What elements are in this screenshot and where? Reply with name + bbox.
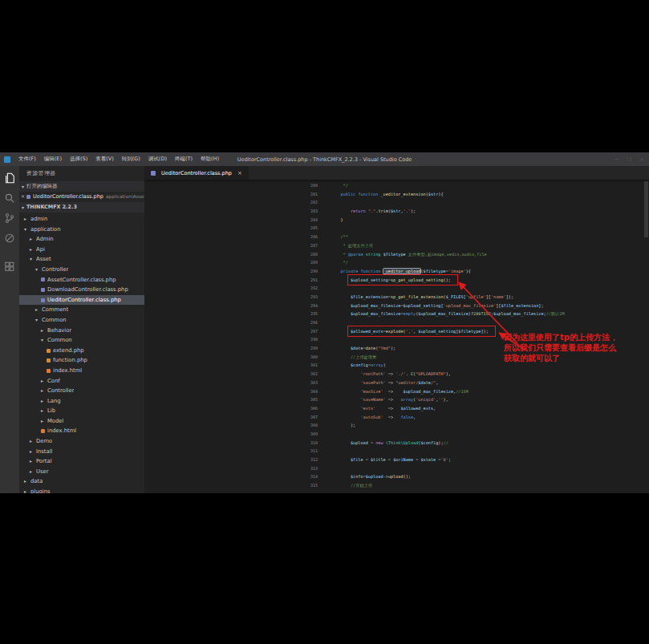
tree-item[interactable]: ▸Admin (19, 234, 144, 245)
tree-item[interactable]: ▸User (19, 467, 144, 477)
code-view[interactable]: 280 */281 public function _ueditor_exten… (144, 180, 649, 493)
tree-item[interactable]: ▸Lib (19, 406, 144, 416)
open-editors-section[interactable]: ▾ 打开的编辑器 (19, 181, 144, 192)
tree-item[interactable]: ▸data (19, 476, 144, 487)
tree-item[interactable]: ▾application (19, 225, 144, 235)
tree-item[interactable]: ▾Common (19, 335, 144, 346)
code-line: 288 * @param string $filetype 文件类型,如imag… (144, 250, 649, 259)
highlight-box-upload-setting (347, 274, 458, 286)
code-line: 306 'exts' => $allowed_exts, (144, 404, 649, 413)
chevron-down-icon: ▾ (35, 315, 42, 326)
tree-item-label: Model (47, 416, 63, 427)
line-number: 283 (144, 207, 325, 216)
file-tree: ▸admin▾application▸Admin▸Api▾Asset▾Contr… (19, 214, 144, 493)
code-text: //上传处理类 (325, 353, 376, 362)
code-text (325, 224, 331, 233)
tree-item[interactable]: UeditorController.class.php (19, 295, 144, 306)
code-text: 'maxSize' => $upload_max_filesize,//10M (325, 387, 468, 396)
line-number: 284 (144, 216, 325, 225)
tree-item[interactable]: ▸Lang (19, 396, 144, 407)
chevron-right-icon: ▸ (41, 326, 47, 336)
tree-item[interactable]: ▾Common (19, 315, 144, 326)
menu-item[interactable]: 编辑(E) (40, 156, 66, 163)
tree-item-label: Common (47, 335, 72, 346)
menu-item[interactable]: 选择(S) (66, 156, 91, 163)
tree-item[interactable]: ▸Demo (19, 436, 144, 447)
code-text: $upload_max_filesize=$upload_setting['up… (325, 302, 544, 310)
code-line: 305 'saveName' => array('uniqid',''), (144, 395, 649, 404)
menu-item[interactable]: 帮助(H) (197, 156, 223, 163)
tree-item[interactable]: AssetController.class.php (19, 275, 144, 286)
tree-item-label: function.php (53, 355, 87, 366)
menu-item[interactable]: 调试(D) (144, 156, 171, 163)
tree-item-label: extend.php (53, 346, 84, 356)
close-tab-icon[interactable]: × (237, 170, 242, 176)
code-line: 315 //开始上传 (144, 481, 649, 490)
menu-item[interactable]: 查看(V) (91, 156, 118, 163)
project-section[interactable]: ▾ THINKCMFX 2.2.3 (19, 202, 144, 213)
editor-scrollbar[interactable] (644, 181, 648, 237)
maximize-button[interactable]: ☐ (627, 156, 631, 163)
php-file-icon (26, 195, 30, 199)
tree-item[interactable]: ▸Install (19, 447, 144, 457)
tree-item[interactable]: ▸Behavior (19, 326, 144, 336)
tree-item[interactable]: ▾Asset (19, 254, 144, 265)
code-text: */ (325, 258, 348, 267)
code-line: 285 (144, 224, 649, 233)
tree-item[interactable]: ▸Comment (19, 305, 144, 315)
code-line: 293 $file_extension=sp_get_file_extensio… (144, 293, 649, 302)
tree-item[interactable]: ▸Conf (19, 376, 144, 387)
php-file-icon (41, 298, 45, 302)
tree-item[interactable]: ▸admin (19, 214, 144, 225)
explorer-icon[interactable] (4, 172, 15, 184)
tree-item[interactable]: extend.php (19, 346, 144, 356)
line-number: 295 (144, 310, 325, 318)
chevron-right-icon: ▸ (41, 406, 47, 416)
close-window-button[interactable]: × (639, 156, 644, 163)
menu-bar: 文件(F)编辑(E)选择(S)查看(V)转到(G)调试(D)终端(T)帮助(H) (14, 156, 223, 163)
tree-item[interactable]: function.php (19, 355, 144, 366)
search-icon[interactable] (4, 192, 15, 204)
php-file-icon (41, 288, 45, 292)
code-line: 311 (144, 447, 649, 456)
menu-item[interactable]: 终端(T) (171, 156, 197, 163)
line-number: 302 (144, 370, 325, 379)
extensions-icon[interactable] (4, 261, 15, 273)
code-line: 309 (144, 430, 649, 439)
tree-item-label: Common (42, 315, 67, 326)
debug-icon[interactable] (4, 233, 15, 244)
code-text (325, 464, 331, 473)
menu-item[interactable]: 文件(F) (14, 156, 40, 163)
code-line: 284 } (144, 216, 649, 225)
tree-item[interactable]: ▸Model (19, 416, 144, 427)
tree-item[interactable]: ▾Controller (19, 265, 144, 275)
tree-item-label: Behavior (47, 326, 71, 336)
code-line: 281 public function _ueditor_extension($… (144, 190, 649, 199)
code-text: * @param string $filetype 文件类型,如image,ve… (325, 250, 487, 259)
tree-item[interactable]: index.html (19, 366, 144, 376)
code-text (325, 447, 331, 456)
chevron-right-icon: ▸ (24, 487, 30, 493)
tab-ueditorcontroller[interactable]: UeditorController.class.php × (144, 166, 249, 180)
tree-item[interactable]: ▸Controller (19, 386, 144, 396)
code-line: 287 * 处理文件上传 (144, 241, 649, 250)
line-number: 292 (144, 284, 325, 293)
chevron-right-icon: ▸ (24, 214, 30, 225)
title-bar: 文件(F)编辑(E)选择(S)查看(V)转到(G)调试(D)终端(T)帮助(H)… (0, 152, 649, 166)
annotation-line: 所以我们只需要查看后缀是怎么 (504, 342, 618, 353)
chevron-right-icon: ▸ (30, 456, 36, 467)
menu-item[interactable]: 转到(G) (118, 156, 144, 163)
tree-item[interactable]: ▸Portal (19, 456, 144, 467)
tree-item-label: Admin (36, 234, 54, 245)
tree-item[interactable]: index.html (19, 426, 144, 436)
close-icon[interactable]: × (19, 192, 26, 202)
minimize-button[interactable]: ─ (615, 156, 619, 163)
open-editor-item[interactable]: × UeditorController.class.php applicatio… (19, 192, 144, 202)
source-control-icon[interactable] (4, 213, 15, 224)
tree-item-label: Portal (36, 456, 52, 467)
tree-item[interactable]: ▸plugins (19, 487, 144, 493)
tree-item-label: data (30, 476, 43, 487)
tree-item[interactable]: DownloadController.class.php (19, 285, 144, 295)
chevron-right-icon: ▸ (30, 436, 36, 447)
tree-item[interactable]: ▸Api (19, 245, 144, 255)
